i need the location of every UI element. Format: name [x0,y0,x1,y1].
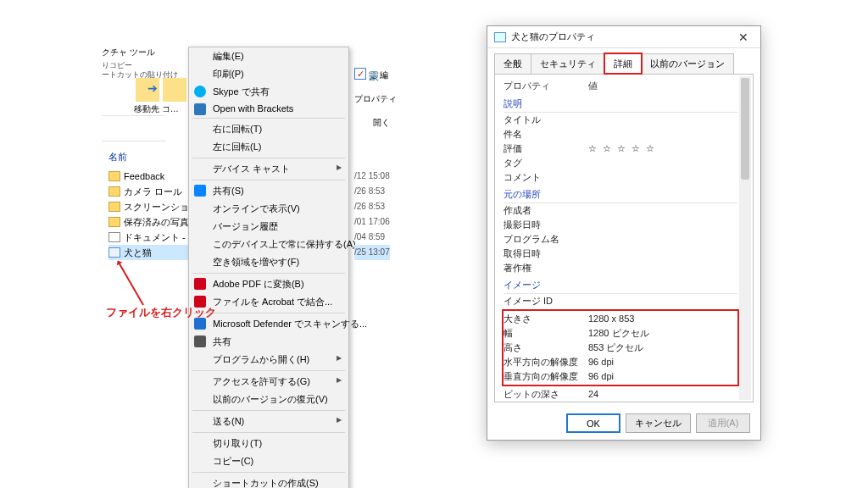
property-row: 高さ853 ピクセル [504,341,737,355]
properties-header: プロパティ値 [504,80,737,94]
property-row: 作成者 [504,203,737,218]
annotation-arrow [117,261,144,306]
details-panel: プロパティ値 説明 タイトル件名評価☆ ☆ ☆ ☆ ☆タグコメント 元の場所 作… [494,74,754,402]
menu-item[interactable]: オンラインで表示(V) [189,200,348,218]
property-row: タグ [504,156,737,170]
folder-icon [108,186,120,197]
section-origin: 元の場所 [504,188,737,203]
menu-item[interactable]: 空き領域を増やす(F) [189,253,348,271]
folder-icon [108,217,120,227]
tab-details[interactable]: 詳細 [604,53,642,74]
properties-dialog: 犬と猫のプロパティ ✕ 全般 セキュリティ 詳細 以前のバージョン プロパティ値… [487,25,761,441]
property-row: 垂直方向の解像度96 dpi [504,369,737,384]
ribbon-copy-to[interactable]: コ… [162,104,179,114]
close-icon[interactable]: ✕ [733,30,754,44]
property-row: 件名 [504,127,737,141]
folder-icon [108,171,120,181]
menu-item[interactable]: このデバイス上で常に保持する(A) [189,236,348,253]
folder-icon [108,202,120,212]
menu-item[interactable]: アクセスを許可する(G)▶ [189,373,348,391]
section-description: 説明 [504,97,737,113]
ribbon-clipboard-labels: りコピー ートカットの貼り付け [102,61,178,80]
menu-item[interactable]: 印刷(P) [189,65,348,83]
menu-item[interactable]: バージョン履歴 [189,218,348,236]
ok-button[interactable]: OK [566,413,620,433]
cloud-icon [194,185,206,197]
menu-item[interactable]: 共有(S) [189,182,348,200]
property-row: 大きさ1280 x 853 [504,312,737,326]
property-row: 取得日時 [504,247,737,261]
property-row: タイトル [504,113,737,127]
menu-item[interactable]: デバイス キャスト▶ [189,160,348,178]
cancel-button[interactable]: キャンセル [626,413,691,433]
property-row: コメント [504,170,737,185]
property-row: 幅1280 ピクセル [504,326,737,341]
skype-icon [194,86,206,97]
menu-item[interactable]: 以前のバージョンの復元(V) [189,391,348,408]
scrollbar[interactable] [739,76,751,400]
menu-item[interactable]: コピー(C) [189,452,348,470]
annotation-text: ファイルを右クリック [106,305,216,320]
menu-item[interactable]: 送る(N)▶ [189,413,348,430]
date-column: /12 15:08 /26 8:53 /26 8:53 /01 17:06 /0… [354,169,390,260]
properties-icon[interactable]: ✓ [354,68,366,80]
ribbon-context-tab: クチャ ツール [102,47,155,58]
apply-button[interactable]: 適用(A) [696,413,750,433]
property-row: 著作権 [504,261,737,275]
property-row: イメージ ID [504,294,737,308]
tab-security[interactable]: セキュリティ [531,53,605,74]
menu-item[interactable]: 右に回転(T) [189,120,348,138]
menu-item[interactable]: 左に回転(L) [189,138,348,156]
pdf-icon [194,278,206,290]
brackets-icon [194,103,206,115]
menu-item[interactable]: Skype で共有 [189,83,348,101]
property-row: プログラム名 [504,232,737,247]
ribbon-move-to[interactable]: 移動先 [134,104,159,114]
menu-item[interactable]: 切り取り(T) [189,435,348,452]
section-image: イメージ [504,279,737,294]
image-icon [494,32,506,42]
tab-previous-versions[interactable]: 以前のバージョン [641,53,734,74]
tab-strip: 全般 セキュリティ 詳細 以前のバージョン [487,48,760,74]
menu-item[interactable]: プログラムから開く(H)▶ [189,351,348,369]
property-row: 撮影日時 [504,218,737,232]
menu-item[interactable]: 編集(E) [189,47,348,65]
ribbon-properties-label[interactable]: プロパティ [354,93,397,105]
property-row: ビットの深さ24 [504,387,737,402]
menu-item[interactable]: ショートカットの作成(S) [189,474,348,488]
image-dimensions-highlight: 大きさ1280 x 853幅1280 ピクセル高さ853 ピクセル水平方向の解像… [502,309,739,386]
menu-item[interactable]: 共有 [189,333,348,351]
shortcut-icon [108,232,120,242]
property-row: 評価☆ ☆ ☆ ☆ ☆ [504,141,737,156]
tab-general[interactable]: 全般 [494,53,531,74]
context-menu: 編集(E)印刷(P)Skype で共有Open with Brackets右に回… [188,47,349,488]
dialog-title: 犬と猫のプロパティ [511,30,595,43]
property-row: 水平方向の解像度96 dpi [504,355,737,369]
ribbon-open-label: 開く [373,117,390,129]
share-icon [194,336,206,347]
menu-item[interactable]: Open with Brackets [189,101,348,116]
menu-item[interactable]: Adobe PDF に変換(B) [189,275,348,293]
